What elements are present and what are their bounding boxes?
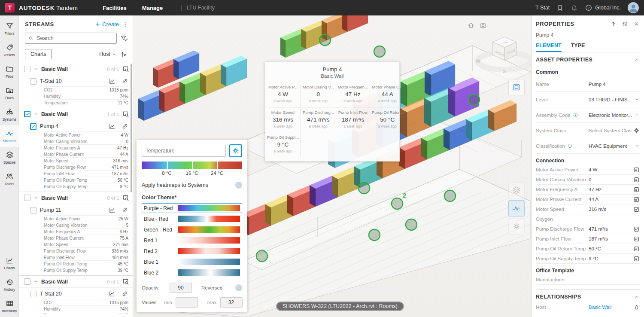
- stream-link-icon[interactable]: [633, 177, 640, 183]
- compass-south[interactable]: S: [503, 69, 506, 74]
- color-theme-option[interactable]: Blue - Red: [142, 214, 242, 224]
- sidebar-item-filters[interactable]: Filters: [0, 18, 19, 40]
- find-in-view-icon[interactable]: [122, 110, 129, 118]
- filter-streams-icon[interactable]: [120, 34, 128, 43]
- find-in-view-icon[interactable]: [122, 65, 129, 73]
- sort-icon[interactable]: [120, 51, 128, 58]
- property-row[interactable]: Motor Phase Current 44 A: [536, 195, 640, 204]
- color-theme-option[interactable]: Red 2: [142, 246, 242, 256]
- sensor-type-select[interactable]: Temperature: [142, 145, 226, 157]
- charts-button[interactable]: Charts: [25, 49, 52, 59]
- property-row[interactable]: Manufacturer: [536, 275, 640, 285]
- apply-heatmaps-toggle[interactable]: [235, 182, 242, 189]
- stream-link-icon[interactable]: [633, 246, 640, 252]
- stream-link-icon[interactable]: [633, 206, 640, 213]
- tab-element[interactable]: ELEMENT: [536, 43, 562, 52]
- gear-icon[interactable]: [633, 127, 640, 134]
- chart-icon[interactable]: [109, 290, 115, 297]
- chevron-down-icon[interactable]: [634, 143, 640, 149]
- chart-icon[interactable]: [109, 207, 115, 213]
- tandem-logo[interactable]: T: [5, 3, 15, 12]
- reversed-toggle[interactable]: [235, 284, 242, 291]
- trash-icon[interactable]: [633, 304, 640, 311]
- link-icon[interactable]: [122, 123, 128, 130]
- export-icon[interactable]: [610, 21, 617, 27]
- stream-link-icon[interactable]: [633, 226, 640, 232]
- heatmap-settings-gear-button[interactable]: [229, 144, 242, 157]
- property-row[interactable]: Motor Speed 316 m/s: [536, 204, 640, 214]
- bookmark-icon[interactable]: [556, 4, 564, 12]
- history-icon[interactable]: [622, 21, 628, 27]
- info-icon[interactable]: [567, 143, 573, 149]
- sidebar-item-systems[interactable]: Systems: [0, 104, 19, 125]
- view-cube[interactable]: W E S TOP FRONT RIGHT: [464, 27, 531, 79]
- sidebar-item-docs[interactable]: Docs: [0, 82, 19, 104]
- stream-group-header[interactable]: Basic Wall 1 of 1: [19, 108, 133, 120]
- stream-item-header[interactable]: T-Stat 10: [19, 75, 133, 86]
- tab-type[interactable]: TYPE: [571, 43, 585, 52]
- stream-link-icon[interactable]: [633, 256, 640, 262]
- opacity-input[interactable]: [170, 283, 192, 293]
- chevron-down-icon[interactable]: [634, 112, 640, 118]
- stream-item-header[interactable]: T-Stat 20: [19, 288, 133, 299]
- color-theme-option[interactable]: Purple - Red: [142, 203, 242, 213]
- chart-icon[interactable]: [109, 78, 115, 85]
- sidebar-item-spaces[interactable]: Spaces: [0, 147, 19, 168]
- bell-icon[interactable]: [571, 4, 578, 12]
- chart-icon[interactable]: [109, 123, 115, 130]
- group-checkbox[interactable]: [24, 278, 30, 285]
- stream-group-header[interactable]: Basic Wall 0 of 1: [19, 63, 133, 75]
- sidebar-item-charts[interactable]: Charts: [0, 253, 19, 274]
- property-row[interactable]: Pump Discharge Flow 471 m³/s: [536, 224, 640, 234]
- levels-tool-button[interactable]: [508, 79, 525, 95]
- property-row[interactable]: System Class Select System Class: [536, 123, 640, 138]
- sidebar-item-history[interactable]: History: [0, 274, 19, 296]
- org-name[interactable]: Global Inc.: [595, 5, 621, 11]
- streams-scrollbar[interactable]: [131, 64, 132, 192]
- systems-tool-button[interactable]: [508, 182, 525, 198]
- color-theme-option[interactable]: Red 1: [142, 235, 242, 245]
- stream-link-icon[interactable]: [633, 186, 640, 193]
- relationship-row[interactable]: Host Basic Wall: [536, 302, 640, 312]
- property-row[interactable]: Motor Casing Vibration 0: [536, 175, 640, 185]
- sidebar-item-users[interactable]: Users: [0, 168, 19, 190]
- close-icon[interactable]: [633, 21, 640, 27]
- link-icon[interactable]: [122, 290, 128, 297]
- help-icon[interactable]: ?: [585, 4, 592, 12]
- stream-checkbox[interactable]: [30, 78, 36, 85]
- color-theme-option[interactable]: Blue 1: [142, 257, 242, 267]
- link-icon[interactable]: [122, 207, 128, 213]
- settings-tool-button[interactable]: [508, 218, 525, 235]
- property-row[interactable]: Motor Frequency A 47 Hz: [536, 185, 640, 195]
- link-icon[interactable]: [122, 78, 128, 85]
- more-options-icon[interactable]: ⋮: [122, 21, 128, 27]
- host-grouping-dropdown[interactable]: Host: [99, 51, 117, 57]
- stream-group-header[interactable]: Basic Wall 0 of 1: [19, 192, 133, 204]
- group-checkbox[interactable]: [24, 195, 30, 201]
- property-row[interactable]: Assembly Code Electronic Monitor...: [536, 107, 640, 123]
- property-row[interactable]: Motor Active Power 4 W: [536, 165, 640, 175]
- property-row[interactable]: Pump Oil Supply Temp 9 °C: [536, 254, 640, 264]
- property-row[interactable]: Pump Inlet Flow 187 m³/s: [536, 234, 640, 244]
- property-row[interactable]: Name Pump 4: [536, 76, 640, 92]
- search-input[interactable]: [36, 35, 114, 41]
- compass-west[interactable]: W: [476, 58, 480, 64]
- property-row[interactable]: Classification HVAC Equipment: [536, 138, 640, 154]
- sidebar-item-inventory[interactable]: Inventory: [0, 296, 19, 317]
- color-theme-option[interactable]: Blue 2: [142, 268, 242, 277]
- sidebar-item-assets[interactable]: Assets: [0, 40, 19, 61]
- menu-facilities[interactable]: Facilities: [103, 5, 127, 11]
- stream-link-icon[interactable]: [633, 236, 640, 242]
- stream-link-icon[interactable]: [633, 196, 640, 203]
- find-in-view-icon[interactable]: [122, 194, 129, 201]
- menu-manage[interactable]: Manage: [142, 5, 163, 11]
- group-checkbox[interactable]: [24, 111, 30, 117]
- stream-link-icon[interactable]: [633, 167, 640, 173]
- chevron-down-icon[interactable]: [634, 97, 640, 102]
- stream-item-header[interactable]: Pump 11: [19, 204, 133, 215]
- info-icon[interactable]: [573, 112, 578, 118]
- create-stream-button[interactable]: Create: [95, 21, 119, 27]
- asset-properties-section-header[interactable]: ASSET PROPERTIES: [536, 52, 640, 65]
- property-row[interactable]: Oxygen: [536, 214, 640, 224]
- relationship-value[interactable]: Basic Wall: [589, 305, 632, 310]
